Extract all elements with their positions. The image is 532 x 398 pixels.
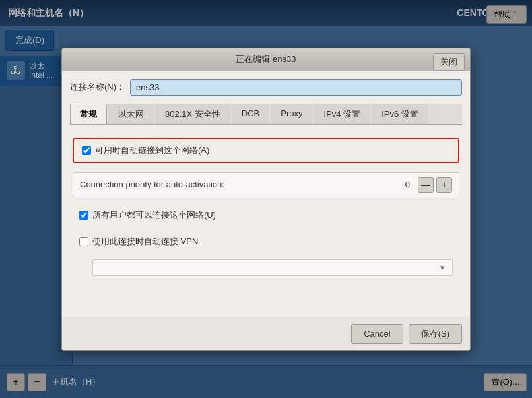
dialog-bottom-bar: Cancel 保存(S) [62,317,470,350]
tab-proxy[interactable]: Proxy [271,104,312,124]
save-button[interactable]: 保存(S) [409,324,462,344]
chevron-down-icon: ▼ [439,264,446,271]
conn-name-label: 连接名称(N)： [70,81,125,93]
priority-minus-button[interactable]: — [418,177,434,193]
tab-8021x[interactable]: 802.1X 安全性 [155,104,230,124]
vpn-dropdown[interactable]: ▼ [92,259,453,276]
tab-content-general: 可用时自动链接到这个网络(A) Connection priority for … [70,133,462,290]
priority-plus-button[interactable]: + [436,177,452,193]
vpn-checkbox[interactable] [79,237,88,246]
dialog-body: 连接名称(N)： 常规 以太网 802.1X 安全性 DCB Proxy IPv… [62,71,470,298]
priority-label: Connection priority for auto-activation: [80,180,370,189]
tab-ethernet[interactable]: 以太网 [108,104,154,124]
tab-ipv4[interactable]: IPv4 设置 [314,104,371,124]
auto-connect-checkbox[interactable] [82,146,91,155]
edit-dialog: 正在编辑 ens33 关闭 连接名称(N)： 常规 以太网 802.1X 安全性… [61,48,471,351]
vpn-row: 使用此连接时自动连接 VPN [73,233,459,250]
tab-dcb[interactable]: DCB [232,104,269,124]
conn-name-input[interactable] [130,79,462,96]
auto-connect-row: 可用时自动链接到这个网络(A) [73,138,459,163]
vpn-label[interactable]: 使用此连接时自动连接 VPN [79,236,198,248]
all-users-label[interactable]: 所有用户都可以连接这个网络(U) [79,209,216,221]
tab-ipv6[interactable]: IPv6 设置 [372,104,428,124]
all-users-checkbox[interactable] [79,211,88,220]
dialog-titlebar: 正在编辑 ens33 [62,48,470,71]
auto-connect-label[interactable]: 可用时自动链接到这个网络(A) [82,145,209,156]
dialog-title: 正在编辑 ens33 [236,54,296,64]
all-users-row: 所有用户都可以连接这个网络(U) [73,207,459,224]
cancel-button[interactable]: Cancel [351,324,403,344]
tab-general[interactable]: 常规 [70,104,107,124]
dialog-overlay: 正在编辑 ens33 关闭 连接名称(N)： 常规 以太网 802.1X 安全性… [0,0,532,398]
tabs-bar: 常规 以太网 802.1X 安全性 DCB Proxy IPv4 设置 IPv6… [70,104,462,125]
priority-row: Connection priority for auto-activation:… [73,172,459,197]
priority-value: 0 [370,180,410,189]
close-button[interactable]: 关闭 [433,53,465,71]
connection-name-row: 连接名称(N)： [70,79,462,96]
